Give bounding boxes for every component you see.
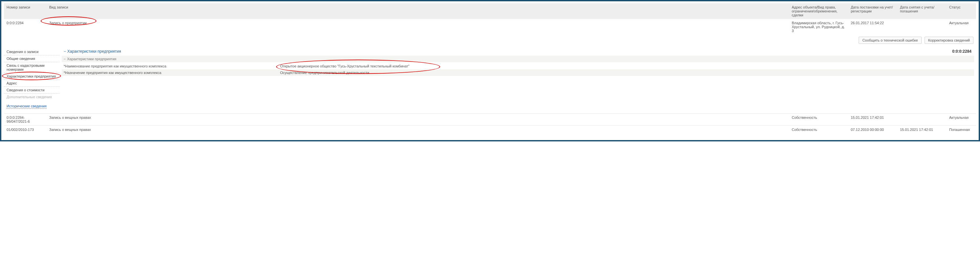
col-address: Адрес объекта/Вид права, ограничения/обр… [789, 3, 848, 19]
table-row[interactable]: 01/002/2010-173 Запись о вещных правах С… [4, 126, 976, 134]
table-header-row: Номер записи Вид записи Адрес объекта/Ви… [4, 3, 976, 19]
table-row[interactable]: 0:0:0:2284 Запись о предприятии Владимир… [4, 19, 976, 35]
record-status: Актуальная [947, 114, 976, 126]
kv-label: *Наименование предприятия как имуществен… [62, 63, 278, 70]
col-status: Статус [947, 3, 976, 19]
table-row[interactable]: 0:0:0:2284-99/047/2021-6 Запись о вещных… [4, 114, 976, 126]
sidebar-item-address[interactable]: Адрес [4, 80, 60, 87]
sidebar-item-characteristics[interactable]: Характеристики предприятия [4, 73, 60, 80]
record-reg-date: 07.12.2010 00:00:00 [848, 126, 897, 134]
sidebar-item-historic[interactable]: Исторические сведения [6, 104, 46, 109]
detail-sidebar: Сведения о записи Общие сведения Связь с… [4, 47, 60, 110]
collapse-icon[interactable]: − [64, 49, 66, 54]
sidebar-item-cadastral-link[interactable]: Связь с кадастровыми номерами [4, 62, 60, 73]
action-bar: Сообщить о технической ошибке Корректиро… [4, 35, 976, 46]
record-number-link[interactable]: 01/002/2010-173 [4, 126, 46, 134]
record-address: Собственность [789, 126, 848, 134]
kv-row: *Наименование предприятия как имуществен… [62, 63, 974, 70]
section-title-text: Характеристики предприятия [67, 49, 121, 54]
kv-label: *Назначение предприятия как имущественно… [62, 70, 278, 76]
col-reg-date: Дата постановки на учет/регистрации [848, 3, 897, 19]
sidebar-item-general[interactable]: Общие сведения [4, 55, 60, 62]
sub-section-title[interactable]: −Характеристики предприятия [62, 55, 974, 62]
report-error-button[interactable]: Сообщить о технической ошибке [859, 37, 921, 44]
kv-row: *Назначение предприятия как имущественно… [62, 70, 974, 76]
record-type: Запись о предприятии [49, 21, 87, 25]
sidebar-item-record-info[interactable]: Сведения о записи [4, 49, 60, 55]
sidebar-item-label: Характеристики предприятия [6, 74, 56, 78]
col-record-number: Номер записи [4, 3, 46, 19]
record-end-date [897, 114, 947, 126]
record-address: Владимирская область, г. Гусь-Хрустальны… [789, 19, 848, 35]
record-status: Актуальная [947, 19, 976, 35]
detail-main: −Характеристики предприятия 0:0:0:2284 −… [60, 47, 976, 110]
record-type: Запись о вещных правах [46, 114, 789, 126]
records-table: Номер записи Вид записи Адрес объекта/Ви… [4, 3, 976, 134]
col-end-date: Дата снятия с учета/погашения [897, 3, 947, 19]
sidebar-item-additional[interactable]: Дополнительные сведения [4, 93, 60, 100]
record-status: Погашенная [947, 126, 976, 134]
record-type: Запись о вещных правах [46, 126, 789, 134]
record-reg-date: 15.01.2021 17:42:01 [848, 114, 897, 126]
col-record-type: Вид записи [46, 3, 789, 19]
collapse-icon[interactable]: − [64, 57, 65, 61]
record-number-link[interactable]: 0:0:0:2284-99/047/2021-6 [4, 114, 46, 126]
correct-data-button[interactable]: Корректировка сведений [924, 37, 974, 44]
record-end-date [897, 19, 947, 35]
kv-value: Осуществление предпринимательской деятел… [278, 70, 974, 76]
detail-record-id: 0:0:0:2284 [950, 47, 974, 55]
record-number-link[interactable]: 0:0:0:2284 [4, 19, 46, 35]
record-address: Собственность [789, 114, 848, 126]
sidebar-item-cost[interactable]: Сведения о стоимости [4, 87, 60, 93]
record-end-date: 15.01.2021 17:42:01 [897, 126, 947, 134]
kv-value: Открытое акционерное общество "Гусь-Хрус… [278, 63, 974, 70]
section-title[interactable]: −Характеристики предприятия [62, 48, 950, 55]
record-reg-date: 26.01.2017 11:54:22 [848, 19, 897, 35]
sub-section-text: Характеристики предприятия [67, 57, 116, 61]
